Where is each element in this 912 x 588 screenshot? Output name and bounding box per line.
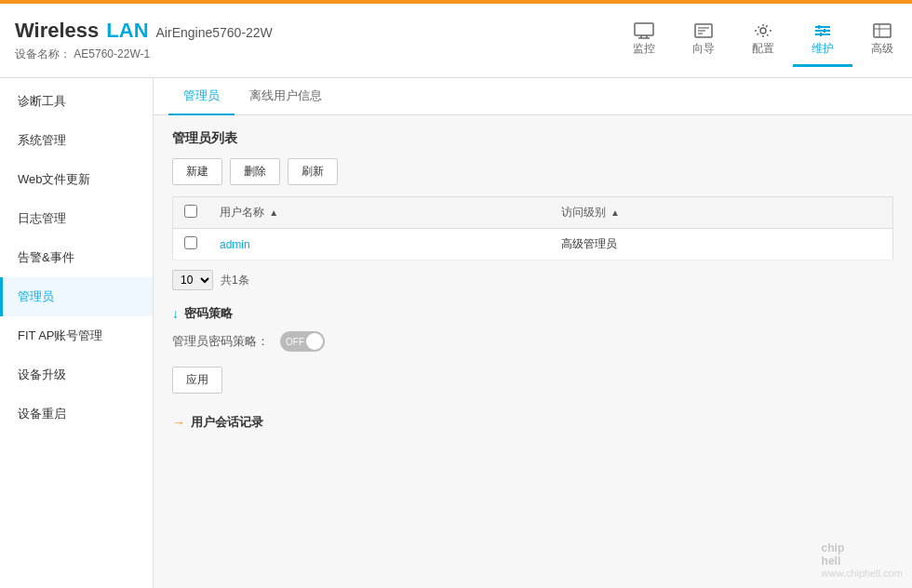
pagination: 10 20 50 共1条 [172, 270, 893, 290]
username-link[interactable]: admin [220, 238, 250, 251]
col-username: 用户名称 ▲ [208, 197, 550, 229]
device-name: AE5760-22W-1 [74, 47, 150, 60]
row-checkbox[interactable] [184, 236, 197, 249]
session-log-title: 用户会话记录 [191, 414, 263, 431]
sidebar-item-admin[interactable]: 管理员 [0, 277, 153, 316]
wizard-icon [693, 22, 714, 39]
access-sort-icon: ▲ [610, 207, 620, 218]
config-icon [753, 22, 773, 39]
tab-admin-tab[interactable]: 管理员 [168, 78, 235, 115]
svg-rect-15 [874, 24, 891, 37]
page-size-select[interactable]: 10 20 50 [172, 270, 213, 290]
nav-item-advanced[interactable]: 高级 [852, 15, 912, 67]
select-all-checkbox[interactable] [184, 205, 197, 218]
password-policy-section: ↓ 密码策略 管理员密码策略： OFF 应用 [172, 305, 893, 399]
nav-item-config[interactable]: 配置 [733, 15, 793, 67]
collapse-arrow-icon: ↓ [172, 306, 179, 321]
tabs-bar: 管理员离线用户信息 [154, 78, 912, 115]
password-policy-title: 密码策略 [184, 305, 233, 322]
header-nav: 监控 向导 配置 维护 高级 [614, 15, 912, 67]
session-log-section: → 用户会话记录 [172, 414, 893, 446]
total-count: 共1条 [221, 273, 249, 288]
admin-list-title: 管理员列表 [172, 130, 893, 147]
advanced-icon [872, 22, 892, 39]
nav-label-maintain: 维护 [811, 41, 834, 57]
new-button[interactable]: 新建 [172, 158, 222, 185]
sidebar-item-upgrade[interactable]: 设备升级 [0, 355, 153, 394]
svg-rect-0 [635, 23, 653, 35]
nav-item-maintain[interactable]: 维护 [793, 15, 852, 67]
main-content: 管理员离线用户信息 管理员列表 新建 删除 刷新 用户名称 [154, 78, 912, 588]
header: Wireless LAN AirEngine5760-22W 设备名称： AE5… [0, 4, 912, 78]
nav-item-wizard[interactable]: 向导 [674, 15, 733, 67]
refresh-button[interactable]: 刷新 [288, 158, 338, 185]
col-access: 访问级别 ▲ [550, 197, 893, 229]
nav-label-monitor: 监控 [633, 41, 655, 57]
password-policy-toggle[interactable]: OFF [280, 331, 325, 352]
logo-model: AirEngine5760-22W [156, 25, 273, 40]
password-policy-header[interactable]: ↓ 密码策略 [172, 305, 893, 322]
nav-label-config: 配置 [752, 41, 774, 57]
action-bar: 新建 删除 刷新 [172, 158, 893, 185]
password-policy-form-row: 管理员密码策略： OFF [172, 331, 893, 352]
sidebar: 诊断工具系统管理Web文件更新日志管理告警&事件管理员FIT AP账号管理设备升… [0, 78, 154, 588]
maintain-icon [812, 22, 833, 39]
delete-button[interactable]: 删除 [230, 158, 280, 185]
sidebar-item-system-mgmt[interactable]: 系统管理 [0, 121, 153, 160]
device-label: 设备名称： [15, 47, 71, 60]
header-logo: Wireless LAN AirEngine5760-22W 设备名称： AE5… [15, 19, 273, 62]
toggle-text: OFF [286, 337, 304, 347]
monitor-icon [634, 22, 654, 39]
access-level: 高级管理员 [550, 229, 893, 261]
username-sort-icon: ▲ [269, 207, 278, 218]
nav-label-wizard: 向导 [692, 41, 715, 57]
sidebar-item-reboot[interactable]: 设备重启 [0, 394, 153, 434]
main-layout: 诊断工具系统管理Web文件更新日志管理告警&事件管理员FIT AP账号管理设备升… [0, 78, 912, 588]
table-row: admin 高级管理员 [173, 229, 893, 261]
sidebar-item-fit-ap[interactable]: FIT AP账号管理 [0, 316, 153, 355]
apply-button[interactable]: 应用 [172, 367, 222, 394]
session-log-arrow-icon: → [172, 415, 185, 430]
session-log-header[interactable]: → 用户会话记录 [172, 414, 893, 431]
logo-lan: LAN [106, 19, 148, 43]
nav-label-advanced: 高级 [871, 41, 893, 57]
admin-table: 用户名称 ▲ 访问级别 ▲ admin 高级管理员 [172, 196, 893, 261]
svg-point-8 [760, 28, 766, 33]
content-inner: 管理员列表 新建 删除 刷新 用户名称 ▲ [154, 115, 912, 461]
toggle-knob [306, 333, 323, 350]
sidebar-item-alert-event[interactable]: 告警&事件 [0, 238, 153, 277]
sidebar-item-web-update[interactable]: Web文件更新 [0, 160, 153, 199]
nav-item-monitor[interactable]: 监控 [614, 15, 674, 67]
logo-wireless: Wireless [15, 19, 99, 43]
sidebar-item-log-mgmt[interactable]: 日志管理 [0, 199, 153, 238]
tab-offline-user-tab[interactable]: 离线用户信息 [235, 78, 337, 115]
password-policy-label: 管理员密码策略： [172, 333, 269, 350]
sidebar-item-diagnostics[interactable]: 诊断工具 [0, 82, 153, 121]
